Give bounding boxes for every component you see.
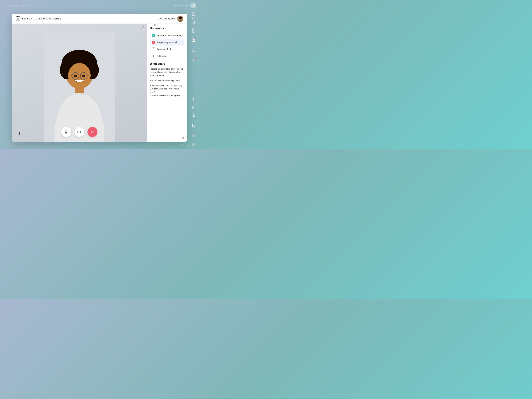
svg-point-34 [74,75,77,77]
svg-rect-43 [192,40,193,42]
whiteboard-para-2: You can use the following pattern: [150,79,184,82]
add-icon: + [152,54,155,58]
expand-icon[interactable] [141,26,144,30]
svg-rect-45 [194,39,195,42]
bg-lesson-title: 3 / 11 : MODAL VERBS [3,4,28,7]
svg-rect-44 [193,39,194,42]
sidebar-notes-button[interactable] [190,57,197,64]
sidebar-folder-button[interactable] [190,16,197,23]
window-header: LESSON 3 / 11 : MODAL VERBS MAGGIE BLAKE [12,14,187,24]
whiteboard-content: Prepare a presentation about a news piec… [150,67,184,97]
sidebar-chart-button[interactable] [190,37,197,44]
homework-text-2: Prepare a presentation [157,41,179,44]
notes-badge [195,58,196,59]
header-left: LESSON 3 / 11 : MODAL VERBS [16,17,62,21]
checkbox-empty-3 [152,47,155,51]
svg-point-27 [70,52,89,65]
lesson-title: LESSON 3 / 11 : MODAL VERBS [22,17,62,20]
video-area [12,24,147,142]
svg-point-35 [82,75,85,77]
add-new-button[interactable]: + Add New [150,53,184,59]
sidebar-divider [191,68,196,68]
bg-user-name: MAGGIE BLAKE [173,4,189,7]
sidebar-home-button[interactable] [190,26,197,33]
end-call-button[interactable] [88,127,97,137]
background-header: 3 / 11 : MODAL VERBS MAGGIE BLAKE [0,0,199,11]
svg-rect-51 [193,124,195,127]
header-right: MAGGIE BLAKE [158,16,183,22]
share-button[interactable] [17,131,22,137]
homework-text-1: Learn the new vocabulary [157,34,182,37]
whiteboard-para-3: 1. Introduction (a short background) 2. … [150,84,184,97]
homework-title: Homework [150,27,184,30]
sidebar-exit-button[interactable] [190,132,197,139]
svg-point-55 [187,145,188,146]
bg-bottom-controls: Ω [181,142,198,149]
sidebar-clipboard-button[interactable] [190,122,197,129]
omega-button[interactable]: Ω [182,136,184,140]
user-avatar-header [177,16,183,22]
whiteboard-section: Whiteboard Prepare a presentation about … [147,61,187,134]
inner-right-sidebar [188,14,199,142]
homework-item-3[interactable]: Grammar Tasks [150,46,184,52]
main-window: LESSON 3 / 11 : MODAL VERBS MAGGIE BLAKE [12,14,187,142]
side-panel: Homework ✓ Learn the new vocabulary − Pr… [147,24,187,142]
camera-button[interactable] [74,127,84,137]
window-body: Homework ✓ Learn the new vocabulary − Pr… [12,24,187,142]
calendar-icon [16,17,20,21]
homework-section: Homework ✓ Learn the new vocabulary − Pr… [147,24,187,61]
sidebar-settings-button[interactable] [190,112,197,119]
microphone-button[interactable] [61,127,71,137]
sidebar-bookmark-button[interactable] [190,47,197,54]
whiteboard-title: Whiteboard [150,61,184,65]
bg-omega-icon: Ω [181,144,183,147]
homework-text-3: Grammar Tasks [157,48,172,51]
add-new-label: Add New [157,55,166,57]
bg-gear-bottom-icon [186,144,189,147]
homework-item-2[interactable]: − Prepare a presentation [150,39,184,46]
panel-close-button[interactable]: × [153,23,157,27]
bg-exit-bottom-icon [192,144,196,147]
user-name-header: MAGGIE BLAKE [158,17,175,20]
panel-bottom: Ω [147,134,187,142]
svg-line-36 [143,27,144,28]
video-controls [61,127,97,137]
checkbox-checked-1: ✓ [152,34,155,37]
svg-point-17 [179,17,182,19]
whiteboard-para-1: Prepare a presentation about a news piec… [150,67,184,77]
checkbox-minus-2: − [152,41,155,44]
bg-folder-icon [191,3,196,7]
svg-point-14 [178,20,182,22]
svg-point-50 [193,115,194,116]
video-person [12,24,147,142]
homework-item-1[interactable]: ✓ Learn the new vocabulary [150,32,184,39]
svg-line-37 [141,28,142,29]
